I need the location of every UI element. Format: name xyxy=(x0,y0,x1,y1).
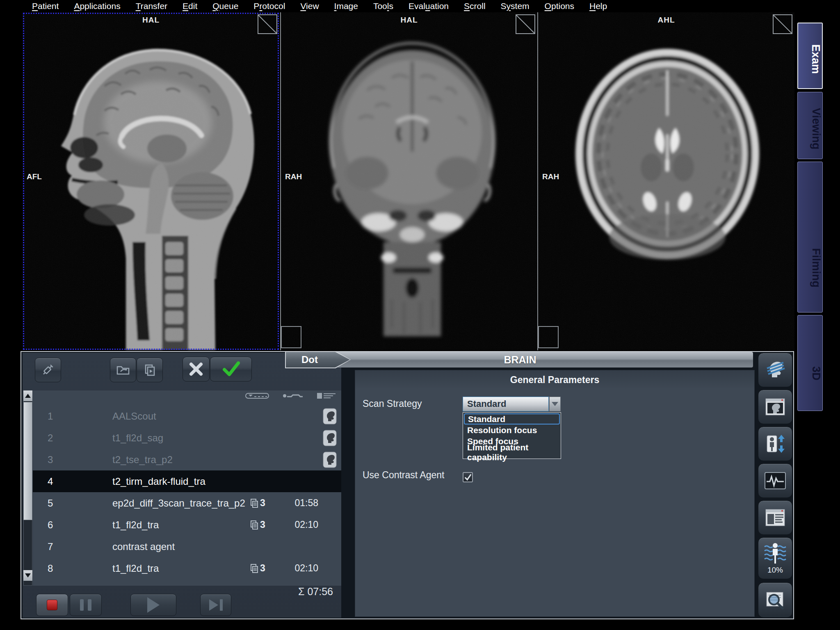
physio-icon xyxy=(764,472,786,490)
queue-row-8[interactable]: 8 t1_fl2d_tra 3 02:10 xyxy=(33,557,341,579)
protocol-list: 1 AALScout 2 t1_fl2d_sag xyxy=(33,390,341,586)
orientation-label-top: HAL xyxy=(23,16,279,25)
menu-evaluation[interactable]: Evaluation xyxy=(409,1,449,11)
pause-button[interactable] xyxy=(70,594,102,616)
list-icon[interactable] xyxy=(317,392,336,399)
mri-axial-image xyxy=(538,12,794,350)
scroll-down-button[interactable] xyxy=(23,570,32,581)
tab-filming[interactable]: Filming xyxy=(797,162,823,313)
menu-tools[interactable]: Tools xyxy=(373,1,393,11)
dropdown-option-limited-patient[interactable]: Limited patient capability xyxy=(464,447,560,458)
image-panel-coronal[interactable]: HAL RAH xyxy=(280,12,537,350)
preview-search-button[interactable] xyxy=(758,582,792,618)
image-window-button[interactable] xyxy=(758,390,792,424)
general-parameters-panel: General Parameters Scan Strategy Standar… xyxy=(355,370,755,617)
menu-options[interactable]: Options xyxy=(545,1,574,11)
patient-table-icon[interactable] xyxy=(282,393,304,399)
queue-row-1[interactable]: 1 AALScout xyxy=(33,405,341,427)
tab-3d[interactable]: 3D xyxy=(797,315,823,411)
row-number: 7 xyxy=(33,541,67,552)
queue-scrollbar-thumb[interactable] xyxy=(23,402,32,520)
confirm-button[interactable] xyxy=(210,357,252,381)
play-button[interactable] xyxy=(130,594,176,616)
scroll-up-icon xyxy=(25,394,31,398)
protocol-name: AALScout xyxy=(67,411,250,422)
stop-button[interactable] xyxy=(36,594,68,616)
row-number: 4 xyxy=(33,476,67,487)
image-viewport: HAL AFL xyxy=(23,12,794,350)
dropdown-option-standard[interactable]: Standard xyxy=(464,413,560,425)
scan-strategy-dropdown: Standard Resolution focus Speed focus Li… xyxy=(463,412,561,459)
menu-protocol[interactable]: Protocol xyxy=(253,1,285,11)
table-position-button[interactable] xyxy=(758,427,792,461)
menu-patient[interactable]: Patient xyxy=(32,1,59,11)
corner-box[interactable] xyxy=(281,326,301,348)
protocol-name: contrast agent xyxy=(67,541,250,552)
protocol-sheet-button[interactable] xyxy=(758,500,792,535)
menu-view[interactable]: View xyxy=(300,1,319,11)
skip-icon xyxy=(209,599,218,611)
region-header: BRAIN xyxy=(287,352,753,368)
image-panel-axial[interactable]: AHL RAH xyxy=(537,12,794,350)
menu-queue[interactable]: Queue xyxy=(212,1,238,11)
menu-applications[interactable]: Applications xyxy=(74,1,120,11)
sar-percent-label: 10% xyxy=(767,566,783,575)
pages-icon xyxy=(250,499,258,508)
pause-icon xyxy=(80,599,84,611)
scan-strategy-label: Scan Strategy xyxy=(363,398,422,409)
orientation-label-left: AFL xyxy=(27,172,42,181)
queue-row-5[interactable]: 5 ep2d_diff_3scan_trace_tra_p2 3 01:58 xyxy=(33,492,341,514)
check-icon xyxy=(464,473,472,482)
image-window-icon xyxy=(765,397,786,416)
dot-tab-label: Dot xyxy=(301,354,318,365)
scroll-up-button[interactable] xyxy=(23,390,32,401)
menu-transfer[interactable]: Transfer xyxy=(136,1,167,11)
menu-system[interactable]: System xyxy=(501,1,530,11)
corner-marker-icon[interactable] xyxy=(258,14,277,34)
menu-image[interactable]: Image xyxy=(334,1,358,11)
skip-button[interactable] xyxy=(200,594,231,616)
scan-strategy-combobox[interactable]: Standard xyxy=(463,397,549,411)
queue-row-2[interactable]: 2 t1_fl2d_sag xyxy=(33,427,341,449)
head-slices-button[interactable] xyxy=(758,353,792,387)
menu-edit[interactable]: Edit xyxy=(183,1,197,11)
pages-icon xyxy=(250,564,258,573)
queue-row-4-selected[interactable]: 4 t2_tirm_dark-fluid_tra xyxy=(33,470,341,492)
tab-exam[interactable]: Exam xyxy=(797,23,823,89)
tab-viewing[interactable]: Viewing xyxy=(797,92,823,159)
corner-marker-icon[interactable] xyxy=(516,14,535,34)
protocol-rows: 1 AALScout 2 t1_fl2d_sag xyxy=(33,405,341,579)
timeline-icon[interactable] xyxy=(245,393,269,399)
menu-scroll[interactable]: Scroll xyxy=(464,1,486,11)
use-contrast-checkbox[interactable] xyxy=(463,472,473,482)
scroll-down-icon xyxy=(25,573,31,578)
queue-row-7[interactable]: 7 contrast agent xyxy=(33,536,341,557)
image-panel-sagittal[interactable]: HAL AFL xyxy=(23,12,279,350)
open-export-button[interactable] xyxy=(110,358,136,382)
orientation-label-top: HAL xyxy=(281,16,537,25)
contrast-injection-button[interactable] xyxy=(35,358,61,382)
menu-bar: Patient Applications Transfer Edit Queue… xyxy=(0,0,840,12)
queue-row-3[interactable]: 3 t2_tse_tra_p2 xyxy=(33,449,341,470)
queue-row-6[interactable]: 6 t1_fl2d_tra 3 02:10 xyxy=(33,514,341,536)
menu-help[interactable]: Help xyxy=(589,1,607,11)
cancel-button[interactable] xyxy=(183,357,210,381)
combobox-arrow-button[interactable] xyxy=(549,397,561,411)
sar-level-button[interactable]: 10% xyxy=(758,537,792,579)
mri-coronal-image xyxy=(281,12,537,350)
copy-run-button[interactable] xyxy=(137,358,163,382)
corner-box[interactable] xyxy=(538,326,559,348)
check-icon xyxy=(221,361,241,377)
physio-display-button[interactable] xyxy=(758,463,792,498)
row-number: 8 xyxy=(33,563,67,574)
protocol-name: t1_fl2d_sag xyxy=(67,432,250,444)
mri-sagittal-image xyxy=(23,12,279,350)
region-label: BRAIN xyxy=(504,354,536,366)
row-number: 5 xyxy=(33,498,67,509)
row-number: 2 xyxy=(33,432,67,444)
folder-arrow-icon xyxy=(116,363,130,377)
corner-marker-icon[interactable] xyxy=(773,14,792,34)
row-number: 3 xyxy=(33,454,67,466)
protocol-name: t1_fl2d_tra xyxy=(67,563,250,574)
dropdown-option-resolution-focus[interactable]: Resolution focus xyxy=(464,425,560,436)
